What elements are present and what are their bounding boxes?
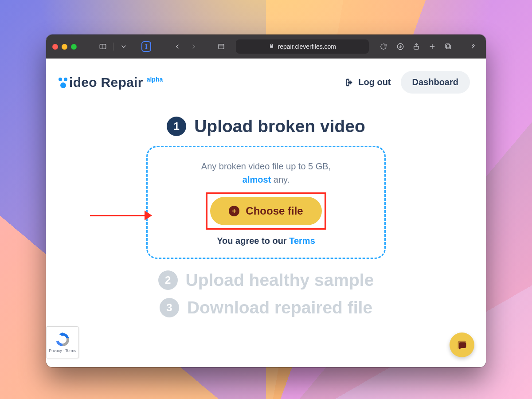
choose-file-label: Choose file [246,205,303,217]
svg-rect-10 [446,44,450,48]
fullscreen-window-dot[interactable] [71,44,77,50]
logout-icon [344,78,354,87]
brand[interactable]: ideo Repair alpha [59,75,163,90]
annotation-arrow [90,207,156,224]
tab-overview-icon[interactable] [442,40,455,53]
dropzone-line2-rest: any. [271,175,289,184]
page-header: ideo Repair alpha Log out Dashboard [46,59,486,94]
minimize-window-dot[interactable] [62,44,67,50]
back-icon[interactable] [172,40,183,53]
recaptcha-badge[interactable]: Privacy · Terms [46,326,79,358]
logout-label: Log out [358,77,391,87]
browser-window: I repair.cleverfiles.com [46,35,486,367]
forward-icon[interactable] [188,40,199,53]
step-3: 3 Download repaired file [160,298,372,317]
step-3-title: Download repaired file [187,298,372,317]
step-2: 2 Upload healthy sample [158,270,374,290]
extension-i-icon[interactable]: I [141,41,151,52]
terms-link[interactable]: Terms [289,236,315,246]
sidebar-toggle-icon[interactable] [97,40,109,53]
terms-prefix: You agree to our [217,236,289,246]
reload-icon[interactable] [378,40,389,53]
svg-rect-2 [219,44,224,49]
step-2-title: Upload healthy sample [186,270,374,290]
svg-marker-15 [59,332,63,336]
step-1: 1 Upload broken video [167,117,365,136]
choose-file-button[interactable]: + Choose file [210,197,321,225]
step-3-number: 3 [160,298,179,317]
dropzone-line1: Any broken video file up to 5 GB, [201,161,331,171]
plus-icon: + [229,206,239,216]
new-tab-icon[interactable] [426,40,439,53]
downloads-icon[interactable] [394,40,407,53]
brand-name: ideo Repair [69,75,143,90]
steps: 1 Upload broken video Any broken video f… [46,117,486,317]
page-viewport: ideo Repair alpha Log out Dashboard 1 Up… [46,59,486,367]
svg-rect-9 [446,45,450,49]
lock-icon [269,43,274,50]
step-1-number: 1 [167,117,186,136]
step-1-title: Upload broken video [194,117,365,136]
dropzone-almost-link[interactable]: almost [243,175,271,184]
browser-titlebar: I repair.cleverfiles.com [46,35,486,59]
address-bar[interactable]: repair.cleverfiles.com [236,39,369,54]
dropzone-help-text: Any broken video file up to 5 GB, almost… [201,160,331,186]
dashboard-button[interactable]: Dashboard [401,71,470,94]
recaptcha-label: Privacy · Terms [49,348,76,353]
brand-tag: alpha [147,76,163,83]
share-icon[interactable] [410,40,423,53]
step-2-number: 2 [158,270,178,290]
reader-mode-icon[interactable] [215,40,227,53]
upload-dropzone[interactable]: Any broken video file up to 5 GB, almost… [146,146,386,259]
dashboard-label: Dashboard [412,77,458,87]
svg-rect-0 [100,44,106,49]
chat-icon [456,339,468,351]
window-traffic-lights[interactable] [52,44,77,50]
address-host: repair.cleverfiles.com [278,43,336,50]
overflow-icon[interactable] [466,40,480,53]
annotation-highlight-box: + Choose file [206,192,326,230]
chevron-down-icon[interactable] [118,40,129,53]
recaptcha-icon [55,332,70,348]
close-window-dot[interactable] [52,44,58,50]
brand-logo-icon [59,75,67,88]
logout-link[interactable]: Log out [344,77,391,87]
chat-fab[interactable] [450,332,474,357]
toolbar-separator [113,43,113,51]
terms-text: You agree to our Terms [217,236,315,246]
